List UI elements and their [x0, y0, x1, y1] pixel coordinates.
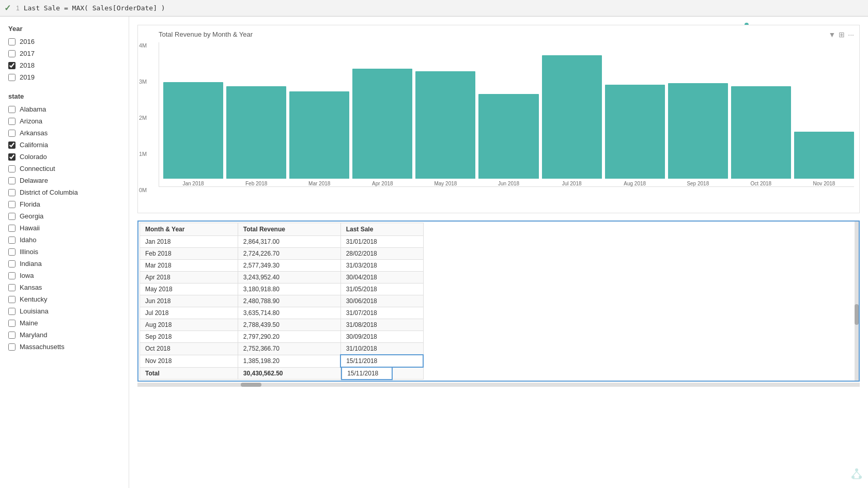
state-checkbox-arizona[interactable] — [8, 118, 16, 125]
state-checkbox-delaware[interactable] — [8, 177, 16, 184]
year-checkbox-2018[interactable] — [8, 62, 16, 69]
expand-icon[interactable]: ⊞ — [839, 30, 845, 39]
state-filter-alabama[interactable]: Alabama — [8, 104, 120, 114]
cell-revenue-8: 2,797,290.20 — [238, 331, 340, 343]
state-checkbox-maryland[interactable] — [8, 332, 16, 339]
state-checkbox-alabama[interactable] — [8, 106, 16, 113]
cell-revenue-10: 1,385,198.20 — [238, 355, 340, 367]
state-filter-illinois[interactable]: Illinois — [8, 247, 120, 257]
cell-last-sale-8[interactable]: 30/09/2018 — [340, 331, 423, 343]
chart-toolbar: ▼ ⊞ ··· — [828, 30, 854, 39]
year-filter-2019[interactable]: 2019 — [8, 72, 120, 82]
cell-last-sale-0[interactable]: 31/01/2018 — [340, 236, 423, 248]
col-header-Month-&-Year: Month & Year — [140, 223, 238, 236]
state-checkbox-arkansas[interactable] — [8, 130, 16, 137]
formula-code: Last Sale = MAX( Sales[OrderDate] ) — [24, 4, 165, 12]
cell-last-sale-5[interactable]: 30/06/2018 — [340, 295, 423, 307]
state-label-idaho: Idaho — [20, 236, 37, 244]
horizontal-scrollbar-thumb — [241, 383, 261, 387]
state-filter-delaware[interactable]: Delaware — [8, 176, 120, 185]
cell-last-sale-9[interactable]: 31/10/2018 — [340, 343, 423, 355]
sidebar: Year 2016201720182019 state AlabamaArizo… — [0, 17, 129, 488]
state-filter-massachusetts[interactable]: Massachusetts — [8, 342, 120, 352]
bar-group-Mar-2018[interactable]: Mar 2018 — [289, 91, 349, 186]
state-filter-california[interactable]: California — [8, 140, 120, 150]
state-filter-kansas[interactable]: Kansas — [8, 282, 120, 292]
state-filter-colorado[interactable]: Colorado — [8, 152, 120, 162]
bar-group-Apr-2018[interactable]: Apr 2018 — [352, 69, 412, 186]
state-checkbox-colorado[interactable] — [8, 153, 16, 161]
year-filter-2016[interactable]: 2016 — [8, 37, 120, 46]
state-checkbox-illinois[interactable] — [8, 248, 16, 256]
horizontal-scrollbar[interactable] — [137, 383, 860, 387]
year-filter-2017[interactable]: 2017 — [8, 49, 120, 58]
state-checkbox-california[interactable] — [8, 141, 16, 149]
state-filter-connecticut[interactable]: Connecticut — [8, 164, 120, 174]
state-checkbox-maine[interactable] — [8, 320, 16, 327]
state-checkbox-connecticut[interactable] — [8, 165, 16, 172]
bar-group-Sep-2018[interactable]: Sep 2018 — [668, 83, 728, 186]
state-filter-hawaii[interactable]: Hawaii — [8, 223, 120, 233]
bar-group-May-2018[interactable]: May 2018 — [415, 71, 475, 186]
bar-group-Feb-2018[interactable]: Feb 2018 — [226, 86, 286, 186]
svg-point-9 — [859, 476, 862, 479]
col-header-Total-Revenue: Total Revenue — [238, 223, 340, 236]
formula-check-icon[interactable]: ✓ — [4, 3, 11, 13]
more-icon[interactable]: ··· — [848, 30, 854, 39]
filter-icon[interactable]: ▼ — [828, 30, 835, 39]
cell-revenue-2: 2,577,349.30 — [238, 260, 340, 272]
table-row: Aug 20182,788,439.5031/08/2018 — [140, 319, 424, 331]
state-label-california: California — [20, 141, 48, 149]
state-checkbox-kansas[interactable] — [8, 284, 16, 291]
bar-group-Oct-2018[interactable]: Oct 2018 — [731, 86, 791, 186]
cell-last-sale-3[interactable]: 30/04/2018 — [340, 272, 423, 284]
svg-line-11 — [857, 471, 860, 476]
formula-line-number: 1 — [16, 5, 20, 12]
state-filter-arizona[interactable]: Arizona — [8, 116, 120, 126]
state-checkbox-massachusetts[interactable] — [8, 343, 16, 351]
state-checkbox-indiana[interactable] — [8, 260, 16, 267]
year-checkbox-2017[interactable] — [8, 50, 16, 57]
state-checkbox-florida[interactable] — [8, 201, 16, 208]
state-label-maryland: Maryland — [20, 331, 47, 339]
cell-last-sale-7[interactable]: 31/08/2018 — [340, 319, 423, 331]
state-filter-district_of_columbia[interactable]: District of Columbia — [8, 187, 120, 197]
state-checkbox-georgia[interactable] — [8, 213, 16, 220]
state-filter-arkansas[interactable]: Arkansas — [8, 128, 120, 138]
bar-group-Jun-2018[interactable]: Jun 2018 — [478, 94, 538, 186]
state-filter-indiana[interactable]: Indiana — [8, 259, 120, 269]
cell-last-sale-4[interactable]: 31/05/2018 — [340, 284, 423, 295]
state-filter-maryland[interactable]: Maryland — [8, 330, 120, 340]
state-checkbox-idaho[interactable] — [8, 237, 16, 244]
bar-group-Jul-2018[interactable]: Jul 2018 — [542, 55, 602, 186]
cell-last-sale-10[interactable]: 15/11/201815/11/2018 — [340, 355, 423, 367]
bar-label-May-2018: May 2018 — [434, 181, 457, 186]
year-checkbox-2019[interactable] — [8, 74, 16, 81]
cell-last-sale-6[interactable]: 31/07/2018 — [340, 307, 423, 319]
state-label-kentucky: Kentucky — [20, 295, 47, 303]
state-checkbox-kentucky[interactable] — [8, 296, 16, 303]
state-filter-iowa[interactable]: Iowa — [8, 271, 120, 280]
state-filter-kentucky[interactable]: Kentucky — [8, 294, 120, 304]
year-checkbox-2016[interactable] — [8, 38, 16, 45]
vertical-scrollbar[interactable] — [855, 222, 859, 381]
cell-month-1: Feb 2018 — [140, 248, 238, 260]
state-checkbox-iowa[interactable] — [8, 272, 16, 279]
state-label-florida: Florida — [20, 200, 40, 208]
bar-group-Nov-2018[interactable]: Nov 2018 — [794, 132, 854, 186]
state-checkbox-district_of_columbia[interactable] — [8, 189, 16, 196]
table-wrapper: Month & YearTotal RevenueLast SaleJan 20… — [137, 221, 860, 387]
cell-last-sale-1[interactable]: 28/02/2018 — [340, 248, 423, 260]
state-filter-idaho[interactable]: Idaho — [8, 235, 120, 245]
state-filter-georgia[interactable]: Georgia — [8, 211, 120, 221]
cell-last-sale-2[interactable]: 31/03/2018 — [340, 260, 423, 272]
state-filter-maine[interactable]: Maine — [8, 318, 120, 328]
state-filter-louisiana[interactable]: Louisiana — [8, 306, 120, 316]
year-filter-2018[interactable]: 2018 — [8, 60, 120, 70]
year-label-2017: 2017 — [20, 50, 35, 57]
state-checkbox-louisiana[interactable] — [8, 308, 16, 315]
bar-group-Aug-2018[interactable]: Aug 2018 — [605, 85, 665, 186]
state-checkbox-hawaii[interactable] — [8, 225, 16, 232]
bar-group-Jan-2018[interactable]: Jan 2018 — [163, 82, 223, 186]
state-filter-florida[interactable]: Florida — [8, 199, 120, 209]
